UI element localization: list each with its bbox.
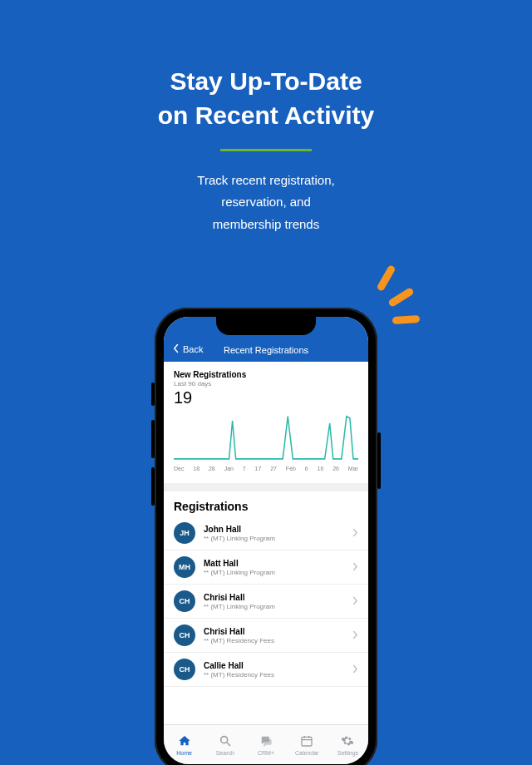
hero-title-line1: Stay Up-To-Date [170, 67, 362, 95]
list-item-text: Chrisi Hall** (MT) Linking Program [204, 593, 343, 610]
svg-rect-2 [302, 737, 312, 746]
avatar: CH [174, 624, 195, 646]
tab-bar: HomeSearchCRM+CalendarSettings [164, 724, 368, 764]
hero-sub1: Track recent registration, [197, 173, 334, 187]
back-label: Back [183, 344, 203, 354]
chevron-right-icon [352, 526, 358, 540]
list-item-text: Matt Hall** (MT) Linking Program [204, 559, 343, 576]
chart-tick: 7 [243, 466, 246, 471]
chevron-right-icon [352, 662, 358, 677]
chart-value: 19 [174, 388, 358, 407]
chart-tick: 17 [255, 466, 262, 471]
list-item-program: ** (MT) Linking Program [204, 569, 343, 576]
app-screen: Back Recent Registrations New Registrati… [164, 317, 368, 764]
tab-label: Home [176, 750, 192, 756]
tab-calendar[interactable]: Calendar [287, 725, 328, 764]
list-item[interactable]: CHChrisi Hall** (MT) Linking Program [164, 585, 368, 619]
chart-tick: 26 [332, 466, 339, 471]
chart-tick: 28 [209, 466, 215, 471]
tab-search[interactable]: Search [204, 725, 245, 764]
section-title: Registrations [164, 491, 368, 516]
avatar: MH [174, 556, 195, 578]
list-item-text: John Hall** (MT) Linking Program [204, 525, 343, 542]
avatar: JH [174, 522, 195, 544]
hero-title-line2: on Recent Activity [158, 101, 375, 129]
hero-sub2: reservation, and [221, 195, 311, 209]
chevron-right-icon [352, 560, 358, 575]
list-item-text: Chrisi Hall** (MT) Residency Fees [204, 627, 343, 644]
avatar: CH [174, 590, 195, 612]
chart-tick: Dec [174, 466, 184, 471]
registration-list: JHJohn Hall** (MT) Linking ProgramMHMatt… [164, 516, 368, 687]
chart-tick: 18 [193, 466, 200, 471]
chart-tick: 6 [305, 466, 308, 471]
list-item-name: Callie Hall [204, 661, 343, 670]
list-item-name: Matt Hall [204, 559, 343, 568]
svg-point-0 [220, 736, 227, 743]
app-content: New Registrations Last 90 days 19 Dec182… [164, 362, 368, 724]
sparkline-chart [174, 407, 358, 461]
list-item-name: John Hall [204, 525, 343, 534]
tab-label: Settings [337, 750, 358, 756]
search-icon [219, 734, 232, 748]
chat-icon [259, 734, 273, 748]
list-item-program: ** (MT) Residency Fees [204, 671, 343, 679]
svg-line-1 [227, 743, 230, 746]
chevron-right-icon [352, 628, 358, 643]
hero-title: Stay Up-To-Date on Recent Activity [0, 65, 532, 132]
hero-divider [220, 149, 312, 151]
phone-notch [216, 317, 316, 335]
chart-tick: Feb [286, 466, 296, 471]
chart-title: New Registrations [174, 370, 358, 379]
tab-home[interactable]: Home [164, 725, 204, 764]
chart-subtitle: Last 90 days [174, 380, 358, 387]
hero-subtitle: Track recent registration, reservation, … [0, 170, 532, 235]
list-item-program: ** (MT) Linking Program [204, 535, 343, 542]
back-button[interactable]: Back [172, 343, 203, 355]
list-item[interactable]: MHMatt Hall** (MT) Linking Program [164, 550, 368, 585]
chart-tick: Mar [348, 466, 358, 471]
section-gap [164, 483, 368, 491]
home-icon [178, 734, 191, 748]
chart-x-axis: Dec1828Jan71727Feb61626Mar [174, 464, 358, 478]
hero-sub3: membership trends [213, 217, 319, 231]
tab-label: CRM+ [258, 750, 274, 756]
chevron-right-icon [352, 594, 358, 609]
chart-tick: 27 [270, 466, 277, 471]
list-item-text: Callie Hall** (MT) Residency Fees [204, 661, 343, 679]
chart-tick: Jan [224, 466, 234, 471]
avatar: CH [174, 659, 195, 680]
list-item-program: ** (MT) Residency Fees [204, 637, 343, 644]
chart-tick: 16 [318, 466, 324, 471]
chevron-left-icon [172, 343, 180, 355]
phone-mockup: Back Recent Registrations New Registrati… [155, 308, 377, 765]
tab-settings[interactable]: Settings [328, 725, 368, 764]
tab-label: Search [216, 750, 234, 756]
list-item[interactable]: CHChrisi Hall** (MT) Residency Fees [164, 619, 368, 653]
phone-side-button [377, 432, 381, 489]
list-item[interactable]: JHJohn Hall** (MT) Linking Program [164, 516, 368, 550]
list-item-program: ** (MT) Linking Program [204, 603, 343, 610]
gear-icon [341, 734, 354, 748]
list-item-name: Chrisi Hall [204, 593, 343, 602]
tab-label: Calendar [295, 750, 318, 756]
chart-card: New Registrations Last 90 days 19 Dec182… [164, 362, 368, 483]
tab-crm+[interactable]: CRM+ [245, 725, 286, 764]
calendar-icon [300, 734, 313, 748]
hero-section: Stay Up-To-Date on Recent Activity Track… [0, 0, 532, 235]
list-item[interactable]: CHCallie Hall** (MT) Residency Fees [164, 653, 368, 687]
list-item-name: Chrisi Hall [204, 627, 343, 636]
